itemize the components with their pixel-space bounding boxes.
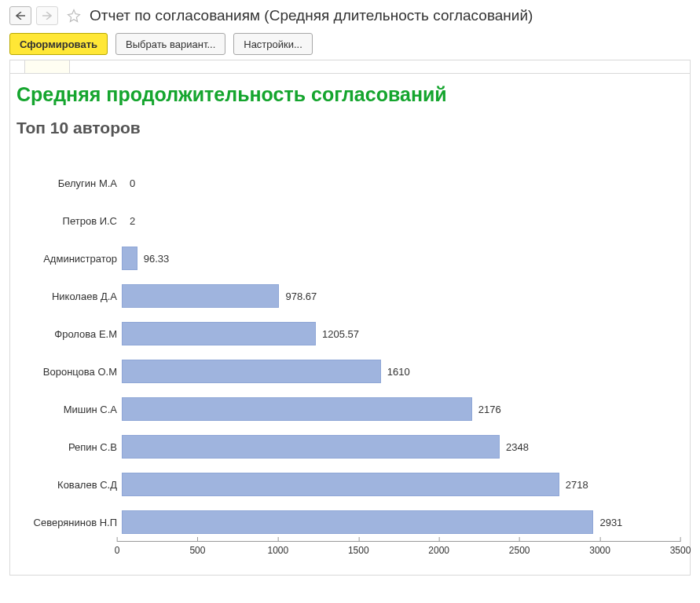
chart-value-label: 978.67 bbox=[285, 291, 317, 302]
chart-track: 978.67 bbox=[122, 277, 679, 315]
chart-bar bbox=[122, 209, 123, 232]
chart-track: 96.33 bbox=[122, 239, 679, 277]
chart-category-label: Петров И.С bbox=[15, 215, 122, 227]
chart-row: Воронцова О.М1610 bbox=[15, 353, 679, 390]
chart-category-label: Мишин С.А bbox=[15, 404, 122, 415]
report-subtitle: Топ 10 авторов bbox=[16, 119, 685, 137]
page-title: Отчет по согласованиям (Средняя длительн… bbox=[90, 7, 533, 24]
chart-row: Николаев Д.А978.67 bbox=[15, 277, 679, 315]
titlebar: Отчет по согласованиям (Средняя длительн… bbox=[9, 6, 691, 25]
chart-row: Северянинов Н.П2931 bbox=[15, 503, 679, 541]
chart-track: 1205.57 bbox=[122, 315, 679, 353]
nav-back-button[interactable] bbox=[9, 6, 31, 25]
chart-track: 2931 bbox=[122, 503, 679, 541]
nav-forward-button[interactable] bbox=[36, 6, 58, 25]
chart-row: Белугин М.А0 bbox=[15, 164, 679, 202]
chart-track: 2348 bbox=[122, 428, 679, 466]
chart-row: Фролова Е.М1205.57 bbox=[15, 315, 679, 353]
report-title: Средняя продолжительность согласований bbox=[16, 83, 685, 106]
chart-track: 1610 bbox=[122, 353, 679, 390]
chart-value-label: 2348 bbox=[506, 441, 529, 453]
select-variant-button[interactable]: Выбрать вариант... bbox=[115, 33, 225, 55]
chart-x-tick: 2000 bbox=[428, 539, 449, 556]
settings-button[interactable]: Настройки... bbox=[233, 33, 313, 55]
chart-row: Администратор96.33 bbox=[15, 239, 679, 277]
favorite-star-icon[interactable] bbox=[66, 8, 82, 24]
chart-x-axis: 0500100015002000250030003500 bbox=[117, 541, 680, 561]
chart-category-label: Воронцова О.М bbox=[15, 366, 122, 378]
arrow-right-icon bbox=[42, 12, 52, 20]
chart-value-label: 2718 bbox=[566, 479, 588, 491]
sheet-ruler bbox=[9, 60, 691, 73]
chart-value-label: 0 bbox=[130, 177, 135, 189]
chart-x-tick: 3000 bbox=[589, 539, 610, 556]
chart-category-label: Ковалев С.Д bbox=[15, 479, 122, 491]
chart-value-label: 1205.57 bbox=[322, 328, 359, 340]
chart-x-tick: 500 bbox=[189, 539, 205, 556]
chart-x-tick: 2500 bbox=[509, 539, 530, 556]
chart-category-label: Репин С.В bbox=[15, 441, 122, 453]
chart-category-label: Николаев Д.А bbox=[15, 291, 122, 302]
chart-bar bbox=[122, 247, 137, 270]
chart-value-label: 2931 bbox=[599, 517, 622, 528]
chart-x-tick: 3500 bbox=[670, 539, 691, 556]
generate-button[interactable]: Сформировать bbox=[9, 33, 108, 55]
arrow-left-icon bbox=[16, 12, 25, 20]
chart-track: 2718 bbox=[122, 466, 679, 503]
chart-track: 0 bbox=[122, 164, 679, 202]
chart-value-label: 2 bbox=[130, 215, 135, 227]
chart-x-tick: 1500 bbox=[348, 539, 369, 556]
chart-track: 2 bbox=[122, 202, 679, 239]
chart-value-label: 2176 bbox=[478, 404, 501, 415]
chart-row: Репин С.В2348 bbox=[15, 428, 679, 466]
chart-bar bbox=[122, 322, 316, 345]
chart-category-label: Северянинов Н.П bbox=[15, 517, 122, 528]
chart-category-label: Фролова Е.М bbox=[15, 328, 122, 340]
chart-row: Ковалев С.Д2718 bbox=[15, 466, 679, 503]
chart-row: Петров И.С2 bbox=[15, 202, 679, 239]
bar-chart: Белугин М.А0Петров И.С2Администратор96.3… bbox=[15, 161, 685, 561]
chart-x-tick: 1000 bbox=[267, 539, 288, 556]
chart-bar bbox=[122, 360, 381, 383]
chart-bar bbox=[122, 473, 559, 496]
chart-bar bbox=[122, 510, 593, 534]
chart-value-label: 96.33 bbox=[144, 253, 170, 265]
chart-bar bbox=[122, 435, 500, 459]
chart-bar bbox=[122, 171, 123, 195]
chart-category-label: Администратор bbox=[15, 253, 122, 265]
report-area: Средняя продолжительность согласований Т… bbox=[9, 73, 691, 576]
chart-value-label: 1610 bbox=[387, 366, 410, 378]
chart-track: 2176 bbox=[122, 390, 679, 428]
toolbar: Сформировать Выбрать вариант... Настройк… bbox=[9, 33, 691, 55]
chart-bar bbox=[122, 397, 472, 421]
chart-row: Мишин С.А2176 bbox=[15, 390, 679, 428]
chart-category-label: Белугин М.А bbox=[15, 177, 122, 189]
chart-x-tick: 0 bbox=[115, 539, 120, 556]
chart-bar bbox=[122, 284, 279, 308]
